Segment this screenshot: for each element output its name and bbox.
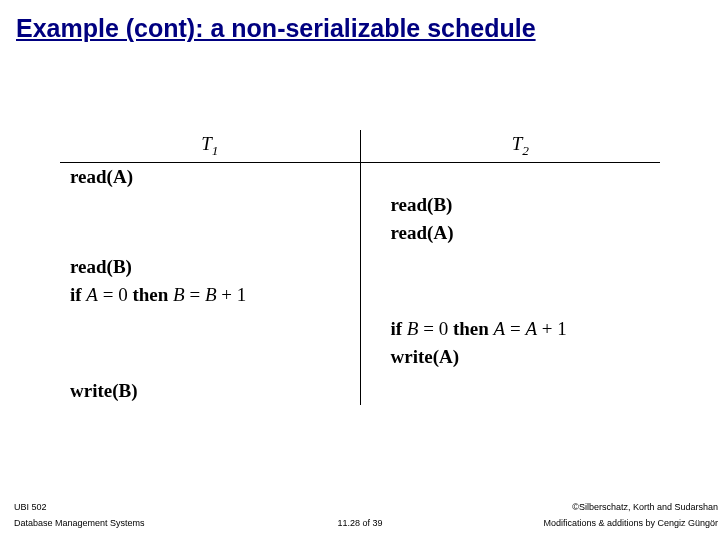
modifications: Modifications & additions by Cengiz Güng…: [543, 518, 718, 528]
table-row: write(A): [60, 343, 660, 371]
t1-sub: 1: [212, 143, 219, 158]
table-row: read(A): [60, 219, 660, 247]
op: write(A): [391, 346, 460, 367]
schedule-table: T1 T2 read(A) read(B) read(A) read(B) if…: [60, 130, 660, 405]
op: read(B): [391, 194, 453, 215]
table-row: read(B): [60, 191, 660, 219]
slide-title: Example (cont): a non-serializable sched…: [16, 14, 536, 43]
table-row: write(B): [60, 377, 660, 405]
op: read(A): [70, 166, 133, 187]
table-row: read(A): [60, 162, 660, 191]
t2-sub: 2: [522, 143, 529, 158]
t1-label: T: [201, 133, 212, 154]
schedule-header: T1 T2: [60, 130, 660, 162]
op: if A = 0 then B = B + 1: [70, 284, 246, 305]
op: write(B): [70, 380, 138, 401]
t2-header: T2: [360, 130, 660, 162]
op: if B = 0 then A = A + 1: [391, 318, 567, 339]
course-code: UBI 502: [14, 502, 47, 512]
t1-header: T1: [60, 130, 360, 162]
op: read(A): [391, 222, 454, 243]
table-row: if B = 0 then A = A + 1: [60, 315, 660, 343]
op: read(B): [70, 256, 132, 277]
table-row: if A = 0 then B = B + 1: [60, 281, 660, 309]
table-row: read(B): [60, 253, 660, 281]
copyright: ©Silberschatz, Korth and Sudarshan: [572, 502, 718, 512]
t2-label: T: [512, 133, 523, 154]
